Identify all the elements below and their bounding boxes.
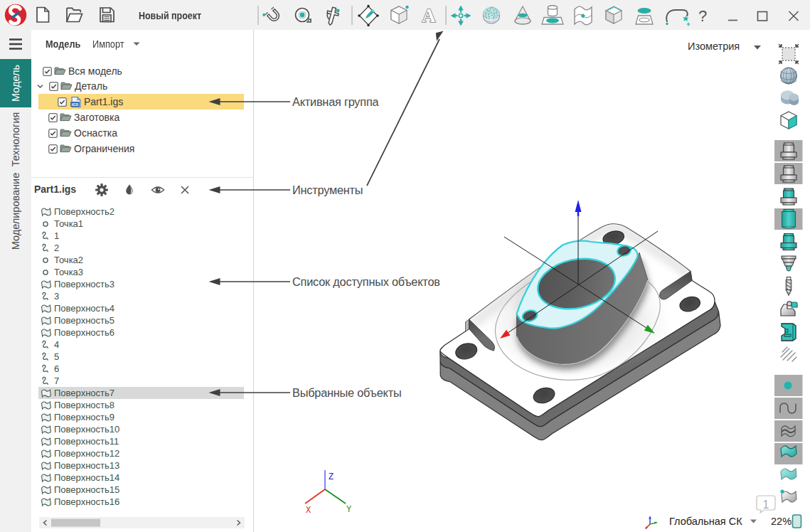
- svg-text:X: X: [306, 506, 311, 516]
- svg-text:Y: Y: [346, 505, 351, 515]
- svg-text:Z: Z: [329, 472, 334, 482]
- svg-text:A: A: [422, 5, 436, 26]
- svg-text:1: 1: [763, 499, 769, 511]
- svg-text:?: ?: [698, 7, 707, 25]
